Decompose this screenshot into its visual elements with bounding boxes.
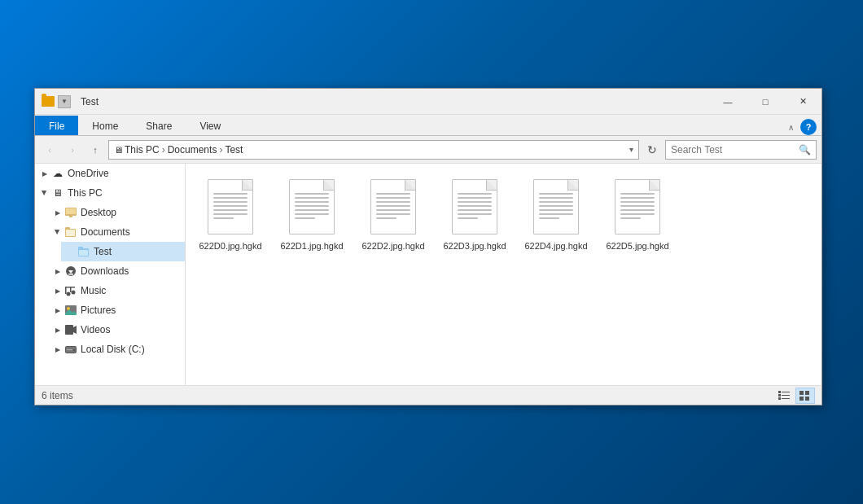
file-item-2[interactable]: 622D2.jpg.hgkd [357, 172, 430, 256]
sidebar-item-onedrive[interactable]: ▶ ☁ OneDrive [35, 164, 185, 183]
forward-button[interactable]: › [63, 140, 82, 160]
file-icon-5 [611, 177, 664, 237]
svg-point-13 [67, 292, 71, 296]
maximize-button[interactable]: □ [747, 89, 784, 115]
doc-line [458, 197, 492, 199]
tab-home[interactable]: Home [78, 116, 132, 135]
file-item-0[interactable]: 622D0.jpg.hgkd [194, 172, 267, 256]
doc-line [376, 193, 410, 195]
doc-line [376, 217, 396, 219]
large-icons-view-button[interactable] [795, 388, 815, 404]
sidebar-item-test[interactable]: ▶ Test [61, 242, 185, 261]
sidebar-label-downloads: Downloads [81, 265, 129, 277]
doc-icon-3 [452, 179, 497, 234]
path-part-test: Test [225, 144, 243, 156]
documents-icon [64, 226, 77, 239]
doc-line [376, 201, 410, 203]
expand-arrow-thispc[interactable]: ▶ [38, 186, 51, 199]
sidebar-item-downloads[interactable]: ▶ Downloads [48, 261, 185, 281]
expand-arrow-pictures[interactable]: ▶ [51, 304, 64, 317]
doc-line [376, 197, 410, 199]
sidebar: ▶ ☁ OneDrive ▶ 🖥 This PC ▶ Desktop ▶ [35, 164, 186, 385]
file-item-5[interactable]: 622D5.jpg.hgkd [601, 172, 674, 256]
doc-lines-1 [295, 193, 329, 219]
expand-ribbon-btn[interactable]: ∧ [784, 121, 797, 134]
file-icon-1 [286, 177, 338, 237]
doc-line [376, 213, 410, 215]
doc-line [539, 217, 559, 219]
svg-rect-8 [78, 247, 83, 250]
tab-share[interactable]: Share [132, 116, 186, 135]
doc-line [213, 201, 248, 203]
doc-line [295, 205, 329, 207]
svg-rect-34 [799, 391, 804, 395]
sidebar-item-videos[interactable]: ▶ Videos [48, 320, 185, 340]
svg-point-20 [67, 307, 70, 310]
back-button[interactable]: ‹ [40, 140, 59, 160]
doc-lines-2 [376, 193, 410, 219]
doc-line [539, 193, 573, 195]
svg-rect-30 [778, 394, 781, 397]
sidebar-item-thispc[interactable]: ▶ 🖥 This PC [35, 183, 185, 203]
file-area: 622D0.jpg.hgkd [186, 164, 821, 385]
up-button[interactable]: ↑ [85, 140, 105, 160]
expand-arrow-localdisk[interactable]: ▶ [51, 343, 64, 356]
file-item-4[interactable]: 622D4.jpg.hgkd [519, 172, 593, 256]
svg-point-26 [73, 348, 76, 351]
file-icon-3 [449, 177, 501, 237]
status-bar: 6 items [35, 385, 821, 405]
expand-arrow-music[interactable]: ▶ [51, 284, 64, 297]
music-icon [64, 284, 77, 297]
doc-line [295, 193, 329, 195]
path-sep-1: › [162, 144, 165, 156]
search-icon[interactable]: 🔍 [799, 144, 811, 156]
window-controls: — □ ✕ [709, 89, 821, 115]
help-button[interactable]: ? [800, 119, 817, 135]
expand-arrow-desktop[interactable]: ▶ [51, 206, 64, 219]
file-label-3: 622D3.jpg.hgkd [443, 240, 506, 252]
file-label-5: 622D5.jpg.hgkd [606, 240, 668, 252]
expand-arrow-documents[interactable]: ▶ [51, 226, 64, 239]
details-view-button[interactable] [774, 388, 794, 404]
address-path[interactable]: 🖥 This PC › Documents › Test ▾ [108, 140, 639, 160]
file-label-1: 622D1.jpg.hgkd [280, 240, 343, 252]
doc-line [539, 209, 573, 211]
sidebar-item-music[interactable]: ▶ Music [48, 281, 185, 300]
path-dropdown-arrow[interactable]: ▾ [629, 145, 633, 154]
view-controls [774, 388, 815, 404]
file-item-1[interactable]: 622D1.jpg.hgkd [275, 172, 348, 256]
tab-view[interactable]: View [186, 116, 234, 135]
minimize-button[interactable]: — [709, 89, 747, 115]
file-label-2: 622D2.jpg.hgkd [361, 240, 424, 252]
sidebar-item-pictures[interactable]: ▶ Pictures [48, 300, 185, 320]
doc-lines-4 [539, 193, 573, 219]
address-bar: ‹ › ↑ 🖥 This PC › Documents › Test ▾ ↻ 🔍 [35, 136, 821, 164]
expand-arrow-videos[interactable]: ▶ [51, 323, 64, 336]
expand-arrow-downloads[interactable]: ▶ [51, 265, 64, 278]
thispc-icon: 🖥 [51, 186, 64, 199]
sidebar-item-desktop[interactable]: ▶ Desktop [48, 203, 185, 222]
title-icon-small-1: ▼ [58, 95, 71, 108]
doc-line [213, 209, 248, 211]
file-item-3[interactable]: 622D3.jpg.hgkd [438, 172, 511, 256]
svg-marker-23 [73, 326, 77, 334]
close-button[interactable]: ✕ [784, 89, 821, 115]
doc-line [213, 217, 234, 219]
path-part-documents: Documents [168, 144, 217, 156]
svg-rect-37 [805, 397, 809, 401]
svg-rect-35 [805, 391, 809, 395]
search-box[interactable]: 🔍 [665, 140, 817, 160]
file-icon-0 [204, 177, 256, 237]
doc-icon-0 [208, 179, 253, 234]
tab-file[interactable]: File [35, 116, 78, 135]
doc-icon-5 [615, 179, 660, 234]
sidebar-item-documents[interactable]: ▶ Documents [48, 222, 185, 242]
expand-arrow-onedrive[interactable]: ▶ [38, 167, 51, 180]
sidebar-item-localdisk[interactable]: ▶ Local Disk (C:) [48, 340, 185, 359]
search-input[interactable] [671, 144, 799, 156]
svg-rect-6 [66, 230, 75, 236]
file-icon-2 [367, 177, 419, 237]
doc-line [458, 209, 492, 211]
refresh-button[interactable]: ↻ [642, 140, 662, 160]
doc-line [458, 201, 492, 203]
